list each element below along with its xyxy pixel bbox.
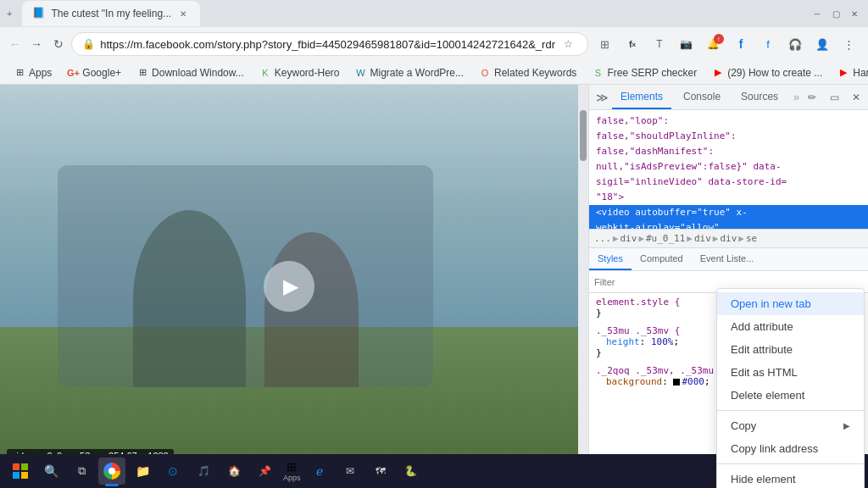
menu-edit-html[interactable]: Edit as HTML	[717, 361, 864, 384]
new-tab-icon[interactable]: +	[7, 8, 12, 19]
devtools-device-icon[interactable]: ▭	[825, 88, 843, 107]
code-line-8[interactable]: webkit-airplay="allow"	[589, 220, 868, 229]
music-button[interactable]: 🎵	[190, 458, 217, 485]
maximize-button[interactable]: ▢	[829, 7, 843, 20]
play-btn-circle[interactable]: ▶	[264, 261, 314, 312]
menu-delete-element[interactable]: Delete element	[717, 384, 864, 407]
code-text: false,"loop":	[596, 115, 669, 126]
menu-edit-attribute[interactable]: Edit attribute	[717, 338, 864, 361]
code-line-7[interactable]: <video autobuffer="true" x-	[589, 205, 868, 220]
translate-icon[interactable]: T	[648, 32, 671, 56]
breadcrumb-div2[interactable]: div	[694, 233, 711, 244]
minimize-button[interactable]: ─	[810, 7, 824, 20]
bookmark-serp[interactable]: S Free SERP checker	[585, 64, 704, 82]
breadcrumb-dots[interactable]: ...	[594, 233, 611, 244]
tab-event-listeners[interactable]: Event Liste...	[692, 248, 763, 270]
fb2-icon[interactable]: f	[756, 32, 780, 56]
menu-add-attribute[interactable]: Add attribute	[717, 315, 864, 338]
task-view-button[interactable]: ⧉	[68, 458, 95, 485]
apps-taskbar-item[interactable]: ⊞ Apps	[283, 460, 301, 482]
python-button[interactable]: 🐍	[398, 458, 425, 485]
forward-button[interactable]: →	[28, 32, 44, 56]
apps-taskbar-label: Apps	[283, 474, 301, 482]
devtools-tabs-more[interactable]: »	[793, 91, 799, 103]
camera-icon[interactable]: 📷	[675, 32, 698, 56]
ie-button[interactable]: ℯ	[306, 458, 333, 485]
breadcrumb-id[interactable]: #u_0_11	[646, 233, 685, 244]
filter-input[interactable]	[594, 277, 863, 287]
breadcrumb-div3[interactable]: div	[720, 233, 737, 244]
devtools-tab-console[interactable]: Console	[675, 85, 729, 109]
bookmark-youtube2[interactable]: ▶ Hang Ups (Want Yo...	[831, 64, 868, 82]
code-line-3[interactable]: false,"dashManifest":	[589, 144, 868, 159]
bookmark-apps[interactable]: ⊞ Apps	[7, 64, 58, 82]
music-icon: 🎵	[198, 465, 210, 477]
start-button[interactable]	[7, 458, 34, 485]
title-bar: + 📘 The cutest "In my feeling... ✕ ─ ▢ ✕	[0, 0, 868, 27]
menu-hide-element[interactable]: Hide element	[717, 468, 864, 488]
devtools-header: ≫ Elements Console Sources » ✏ ▭ ✕	[589, 85, 868, 110]
chrome-taskbar-button[interactable]	[98, 458, 125, 485]
close-window-button[interactable]: ✕	[848, 7, 861, 20]
notification-icon[interactable]: 🔔!	[702, 32, 726, 56]
code-line-4[interactable]: null,"isAdsPreview":false}" data-	[589, 159, 868, 175]
browser-tab[interactable]: 📘 The cutest "In my feeling... ✕	[22, 1, 200, 26]
breadcrumb-se[interactable]: se	[746, 233, 757, 244]
profile-icon[interactable]: 👤	[810, 32, 834, 56]
code-line-1[interactable]: false,"loop":	[589, 114, 868, 129]
menu-divider-2	[717, 463, 864, 464]
python-icon: 🐍	[404, 465, 417, 477]
mail-button[interactable]: ✉	[337, 458, 364, 485]
devtools-tab-elements[interactable]: Elements	[612, 85, 671, 109]
menu-item-label: Edit attribute	[731, 343, 793, 356]
code-line-2[interactable]: false,"shouldPlayInline":	[589, 129, 868, 144]
play-button[interactable]: ▶	[264, 261, 314, 312]
more-options-icon[interactable]: ⋮	[837, 32, 861, 56]
bookmark-migrate[interactable]: W Migrate a WordPre...	[348, 64, 470, 82]
menu-item-label: Copy link address	[731, 442, 818, 455]
menu-open-new-tab[interactable]: Open in new tab	[717, 292, 864, 315]
file-explorer-button[interactable]: 📁	[129, 458, 156, 485]
scroll-thumb[interactable]	[580, 110, 587, 161]
tab-computed[interactable]: Computed	[632, 248, 692, 270]
toolbar-icons: ⊞ fx T 📷 🔔! f f 🎧 👤 ⋮	[593, 32, 861, 56]
devtools-inspect-icon[interactable]: ✏	[803, 88, 821, 107]
close-tab-button[interactable]: ✕	[176, 7, 190, 20]
page-scrollbar[interactable]	[578, 85, 588, 488]
breadcrumb-div1[interactable]: div	[620, 233, 637, 244]
headphones-icon[interactable]: 🎧	[783, 32, 807, 56]
menu-item-label: Edit as HTML	[731, 366, 798, 379]
code-text: false,"dashManifest":	[596, 146, 714, 157]
bookmark-download[interactable]: ⊞ Download Window...	[130, 64, 251, 82]
devtools-more-icon[interactable]: ≫	[596, 91, 609, 104]
extensions-icon[interactable]: ⊞	[593, 32, 617, 56]
bookmark-migrate-label: Migrate a WordPre...	[370, 67, 464, 79]
panel-tabs: Styles Computed Event Liste...	[589, 247, 868, 271]
devtools-tab-sources[interactable]: Sources	[732, 85, 787, 109]
bookmark-googleplus[interactable]: G+ Google+	[60, 64, 128, 82]
code-line-6[interactable]: "18">	[589, 190, 868, 205]
bookmark-star-icon[interactable]: ☆	[560, 36, 577, 53]
home-button[interactable]: 🏠	[220, 458, 248, 485]
address-bar-row: ← → ↻ 🔒 https://m.facebook.com/story.php…	[0, 27, 868, 61]
wp-icon: W	[355, 67, 367, 79]
back-button[interactable]: ←	[7, 32, 23, 56]
devtools-close-icon[interactable]: ✕	[847, 88, 865, 107]
code-line-5[interactable]: sigil="inlineVideo" data-store-id=	[589, 175, 868, 190]
bookmark-related[interactable]: O Related Keywords	[472, 64, 583, 82]
menu-copy-link[interactable]: Copy link address	[717, 437, 864, 460]
maps-button[interactable]: 🗺	[367, 458, 394, 485]
bookmark-youtube1[interactable]: ▶ (29) How to create ...	[705, 64, 829, 82]
reload-button[interactable]: ↻	[50, 32, 66, 56]
windows-icon: ⊞	[136, 67, 148, 79]
search-taskbar-button[interactable]: 🔍	[37, 458, 64, 485]
pin-button[interactable]: 📌	[251, 458, 278, 485]
edge-button[interactable]: ⊙	[159, 458, 186, 485]
menu-copy[interactable]: Copy ▶	[717, 414, 864, 437]
address-bar[interactable]: 🔒 https://m.facebook.com/story.php?story…	[71, 32, 588, 56]
bookmark-keyword[interactable]: K Keyword-Hero	[253, 64, 347, 82]
fb-icon[interactable]: f	[729, 32, 753, 56]
tab-styles[interactable]: Styles	[589, 248, 632, 270]
fx-icon[interactable]: fx	[620, 32, 644, 56]
breadcrumb-bar: ... ▶ div ▶ #u_0_11 ▶ div ▶ div ▶ se	[589, 229, 868, 247]
